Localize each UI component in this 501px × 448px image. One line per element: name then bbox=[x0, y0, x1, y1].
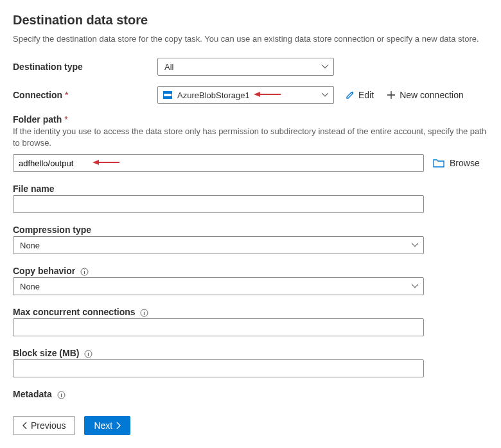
plus-icon bbox=[387, 90, 396, 99]
folder-path-help: If the identity you use to access the da… bbox=[13, 126, 488, 149]
chevron-left-icon bbox=[22, 422, 27, 429]
chevron-down-icon bbox=[412, 284, 418, 288]
browse-button[interactable]: Browse bbox=[433, 158, 480, 168]
chevron-down-icon bbox=[322, 93, 328, 97]
block-size-label: Block size (MB) i bbox=[13, 348, 488, 358]
edit-button[interactable]: Edit bbox=[346, 90, 374, 100]
next-button[interactable]: Next bbox=[84, 416, 130, 435]
edit-label: Edit bbox=[358, 90, 374, 100]
destination-type-value: All bbox=[164, 62, 173, 72]
svg-text:i: i bbox=[60, 392, 62, 399]
compression-type-select[interactable]: None bbox=[13, 236, 424, 254]
chevron-down-icon bbox=[322, 65, 328, 69]
info-icon[interactable]: i bbox=[140, 309, 148, 317]
pencil-icon bbox=[346, 90, 355, 99]
previous-button[interactable]: Previous bbox=[13, 416, 75, 435]
next-label: Next bbox=[94, 420, 112, 431]
folder-path-input[interactable] bbox=[13, 154, 424, 172]
file-name-input[interactable] bbox=[13, 195, 424, 213]
metadata-label: Metadata i bbox=[13, 389, 488, 399]
copy-behavior-select[interactable]: None bbox=[13, 277, 424, 295]
page-subtitle: Specify the destination data store for t… bbox=[13, 34, 488, 44]
annotation-arrow-icon bbox=[92, 158, 119, 168]
info-icon[interactable]: i bbox=[84, 350, 92, 358]
svg-marker-3 bbox=[92, 160, 99, 165]
svg-text:i: i bbox=[84, 269, 85, 275]
new-connection-button[interactable]: New connection bbox=[387, 90, 464, 100]
folder-path-label: Folder path * bbox=[13, 114, 488, 125]
page-title: Destination data store bbox=[13, 13, 488, 28]
chevron-down-icon bbox=[412, 243, 418, 247]
block-size-input[interactable] bbox=[13, 359, 424, 377]
browse-label: Browse bbox=[450, 158, 480, 168]
destination-type-select[interactable]: All bbox=[157, 58, 334, 76]
annotation-arrow-icon bbox=[254, 90, 281, 100]
info-icon[interactable]: i bbox=[57, 391, 66, 399]
svg-text:i: i bbox=[88, 351, 90, 358]
connection-label: Connection * bbox=[13, 90, 157, 100]
info-icon[interactable]: i bbox=[80, 268, 89, 276]
storage-icon bbox=[163, 91, 172, 99]
chevron-right-icon bbox=[116, 422, 121, 429]
previous-label: Previous bbox=[31, 420, 66, 431]
destination-type-label: Destination type bbox=[13, 62, 157, 72]
new-connection-label: New connection bbox=[400, 90, 464, 100]
connection-select[interactable]: AzureBlobStorage1 bbox=[157, 86, 334, 104]
compression-type-label: Compression type bbox=[13, 225, 488, 235]
svg-text:i: i bbox=[144, 310, 146, 316]
compression-type-value: None bbox=[20, 241, 40, 250]
connection-value: AzureBlobStorage1 bbox=[177, 90, 250, 100]
copy-behavior-label: Copy behavior i bbox=[13, 266, 488, 276]
file-name-label: File name bbox=[13, 184, 488, 194]
svg-marker-1 bbox=[254, 92, 260, 97]
max-concurrent-input[interactable] bbox=[13, 318, 424, 336]
folder-icon bbox=[433, 159, 444, 168]
copy-behavior-value: None bbox=[20, 282, 40, 291]
max-concurrent-label: Max concurrent connections i bbox=[13, 307, 488, 317]
